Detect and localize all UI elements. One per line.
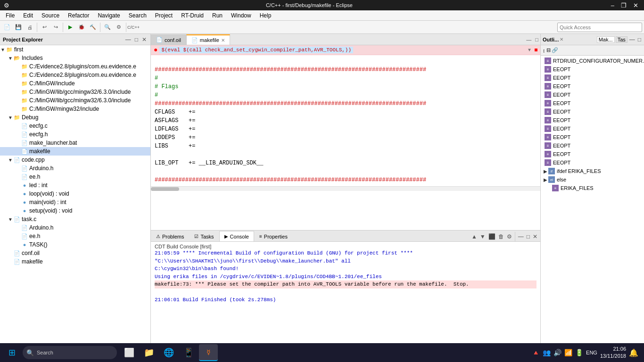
tree-setup[interactable]: ● setup(void) : void [0,206,150,215]
console-up-button[interactable]: ▲ [471,233,478,240]
taskbar-task-view[interactable]: ⬜ [120,344,139,361]
tree-include-1[interactable]: 📁 C:/Evidence2.8/plugins/com.eu.evidence… [0,62,150,71]
tree-eecfg-c[interactable]: 📄 eecfg.c [0,122,150,130]
explorer-close-button[interactable]: ✕ [141,36,148,43]
outline-item-eeopt-3[interactable]: ≡ EEOPT [541,82,644,90]
editor-maximize-button[interactable]: □ [533,37,540,42]
taskbar-eclipse[interactable]: ☿ [199,344,218,361]
editor-horizontal-scrollbar[interactable] [151,186,540,191]
outline-tas-tab[interactable]: Tas [616,36,627,43]
debug-button[interactable]: 🐞 [76,22,87,33]
tree-code-cpp[interactable]: ▼ 📄 code.cpp [0,156,150,164]
menu-file[interactable]: File [2,11,18,20]
outline-ifdef-section[interactable]: ▶ if ifdef ERIKA_FILES [541,167,644,175]
outline-sort-button[interactable]: ↕ [543,48,545,53]
tree-include-5[interactable]: 📁 C:/MinGW/lib/gcc/mingw32/6.3.0/include [0,96,150,105]
console-settings-button[interactable]: ⚙ [506,233,513,240]
tab-console[interactable]: ▶ Console [219,231,254,241]
tab-tasks[interactable]: ☑ Tasks [189,231,219,241]
redo-button[interactable]: ↪ [50,22,61,33]
tab-makefile[interactable]: 📄 makefile ✕ [186,34,230,45]
perspective-button[interactable]: C/C++ [128,22,139,33]
tray-lang-icon[interactable]: ENG [586,350,597,355]
notification-center-icon[interactable]: 🔔 [629,348,638,357]
taskbar-clock[interactable]: 21:06 13/11/2018 [600,346,626,360]
tree-debug-folder[interactable]: ▼ 📁 Debug [0,113,150,122]
tray-wifi-icon[interactable]: 📶 [564,349,572,356]
toggle-task-c[interactable]: ▼ [8,217,13,222]
console-maximize-button[interactable]: □ [526,233,531,240]
outline-close-button[interactable]: ✕ [560,37,563,42]
new-button[interactable]: 📄 [2,22,12,33]
tree-project-first[interactable]: ▼ 📁 first [0,45,150,54]
build-button[interactable]: 🔨 [88,22,98,33]
menu-run[interactable]: Run [208,11,226,20]
tree-include-2[interactable]: 📁 C:/Evidence2.8/plugins/com.eu.evidence… [0,71,150,79]
toggle-includes[interactable]: ▼ [8,56,13,61]
toggle-ifdef[interactable]: ▶ [543,169,548,174]
tab-problems[interactable]: ⚠ Problems [151,231,189,241]
console-stop-button[interactable]: ⬛ [487,233,496,240]
tree-arduino-h[interactable]: 📄 Arduino.h [0,164,150,173]
menu-project[interactable]: Project [151,11,176,20]
toggle-else[interactable]: ▶ [543,177,548,182]
taskbar-file-explorer[interactable]: 📁 [140,344,158,361]
start-button[interactable]: ⊞ [2,345,22,360]
outline-item-rtdruid[interactable]: ≡ RTDRUID_CONFIGURATOR_NUMER... [541,57,644,65]
console-clear-button[interactable]: 🗑 [497,233,505,240]
toggle-code-cpp[interactable]: ▼ [8,157,13,163]
menu-source[interactable]: Source [38,11,63,20]
tree-conf-oil[interactable]: 📄 conf.oil [0,249,150,257]
search-toolbar-button[interactable]: 🔍 [102,22,113,33]
tree-main[interactable]: ● main(void) : int [0,198,150,206]
menu-edit[interactable]: Edit [19,11,37,20]
menu-refactor[interactable]: Refactor [64,11,93,20]
outline-item-eeopt-12[interactable]: ≡ EEOPT [541,158,644,167]
outline-mak-tab[interactable]: Mak... [597,36,615,43]
outline-min-button[interactable]: — [628,36,636,43]
maximize-button[interactable]: ❐ [619,2,628,9]
h-scroll-thumb[interactable] [151,187,179,191]
tree-include-3[interactable]: 📁 C:/MinGW/include [0,79,150,88]
tree-makefile-debug[interactable]: 📄 makefile [0,147,150,156]
console-minimize-button[interactable]: — [517,233,525,240]
outline-item-erika-files[interactable]: ≡ ERIKA_FILES [541,184,644,192]
menu-help[interactable]: Help [256,11,275,20]
quick-access-input[interactable] [557,23,642,32]
outline-link-button[interactable]: 🔗 [552,47,558,53]
tree-includes[interactable]: ▼ 📂 Includes [0,54,150,62]
menu-window[interactable]: Window [227,11,255,20]
tree-include-6[interactable]: 📁 C:/MinGW/mingw32/include [0,105,150,113]
undo-button[interactable]: ↩ [39,22,50,33]
tree-task-c[interactable]: ▼ 📄 task.c [0,215,150,223]
outline-collapse-button[interactable]: ⊟ [546,47,551,53]
minimize-button[interactable]: – [609,2,616,9]
editor-area[interactable]: ● $(eval $(call check_and_set_cygwin_com… [151,45,540,230]
code-editor[interactable]: ########################################… [151,55,540,186]
console-close-button[interactable]: ✕ [532,233,538,240]
settings-button[interactable]: ⚙ [114,22,124,33]
save-button[interactable]: 💾 [13,22,24,33]
outline-item-eeopt-8[interactable]: ≡ EEOPT [541,124,644,133]
menu-search[interactable]: Search [125,11,150,20]
tree-eecfg-h[interactable]: 📄 eecfg.h [0,130,150,139]
menu-rtdruid[interactable]: RT-Druid [177,11,207,20]
tray-volume-icon[interactable]: 🔊 [553,349,561,356]
outline-item-eeopt-4[interactable]: ≡ EEOPT [541,90,644,99]
tray-network-icon[interactable]: 🔺 [532,349,540,356]
outline-item-eeopt-10[interactable]: ≡ EEOPT [541,141,644,150]
outline-item-eeopt-1[interactable]: ≡ EEOPT [541,65,644,74]
taskbar-phone-app[interactable]: 📱 [179,344,198,361]
outline-item-eeopt-7[interactable]: ≡ EEOPT [541,116,644,124]
tree-makefile[interactable]: 📄 makefile [0,257,150,266]
outline-item-eeopt-6[interactable]: ≡ EEOPT [541,107,644,116]
tree-task-ee-h[interactable]: 📄 ee.h [0,232,150,240]
tree-led-int[interactable]: ● led : int [0,181,150,189]
console-down-button[interactable]: ▼ [479,233,487,240]
tree-loop[interactable]: ● loop(void) : void [0,189,150,198]
outline-else-section[interactable]: ▶ el else [541,175,644,184]
outline-item-eeopt-9[interactable]: ≡ EEOPT [541,133,644,141]
taskbar-search[interactable]: 🔍 Search [23,346,117,359]
toggle-first[interactable]: ▼ [0,47,6,52]
tree-include-4[interactable]: 📁 C:/MinGW/lib/gcc/mingw32/6.3.0/include [0,88,150,96]
